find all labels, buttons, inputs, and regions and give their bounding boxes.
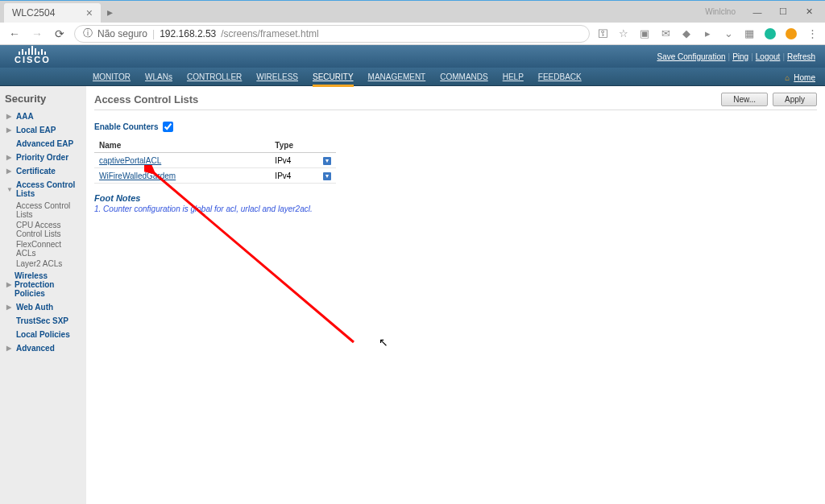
expand-icon: ▶ (6, 126, 13, 134)
cast-icon[interactable]: ▸ (701, 27, 714, 40)
cisco-brand: CISCO (15, 55, 51, 64)
ext3-icon[interactable]: ▦ (743, 27, 756, 40)
sidebar-sub-l2-acl[interactable]: Layer2 ACLs (5, 258, 81, 269)
insecure-icon: ⓘ (83, 27, 93, 40)
nav-help[interactable]: HELP (503, 72, 524, 81)
home-icon: ⌂ (785, 73, 790, 82)
logout-link[interactable]: Logout (756, 52, 781, 61)
home-link[interactable]: Home (794, 73, 815, 82)
nav-monitor[interactable]: MONITOR (93, 72, 131, 81)
ext1-icon[interactable]: ▣ (638, 27, 651, 40)
star-icon[interactable]: ☆ (617, 27, 630, 40)
expand-icon: ▶ (6, 304, 13, 311)
tab-title: WLC2504 (12, 7, 80, 19)
main-nav: MONITOR WLANs CONTROLLER WIRELESS SECURI… (0, 68, 825, 86)
sidebar-sub-cpu-acl[interactable]: CPU Access Control Lists (5, 220, 81, 239)
apply-button[interactable]: Apply (773, 93, 817, 106)
sidebar-sub-flex-acl[interactable]: FlexConnect ACLs (5, 239, 81, 258)
expand-icon: ▼ (6, 186, 13, 193)
sidebar-item-trustsec[interactable]: TrustSec SXP (5, 314, 81, 328)
menu-icon[interactable]: ⋮ (806, 27, 819, 40)
enable-counters-label: Enable Counters (94, 122, 158, 131)
tab-bar: WLC2504 × ▸ Winlclno — ☐ ✕ (0, 1, 825, 23)
foot-notes: Foot Notes 1. Counter configuration is g… (94, 193, 817, 213)
sidebar-sub-acl[interactable]: Access Control Lists (5, 200, 81, 220)
minimize-button[interactable]: — (745, 1, 769, 23)
ping-link[interactable]: Ping (732, 52, 748, 61)
table-row: captivePortalACL IPv4 ▾ (94, 153, 336, 168)
key-icon[interactable]: ⚿ (596, 27, 609, 40)
expand-icon: ▶ (6, 345, 13, 352)
table-row: WiFireWalledGardem IPv4 ▾ (94, 168, 336, 184)
save-config-link[interactable]: Save Configuration (657, 52, 725, 61)
url-host: 192.168.2.53 (160, 28, 216, 39)
cisco-header: CISCO Save Configuration | Ping | Logout… (0, 45, 825, 68)
tab-close-icon[interactable]: × (86, 6, 93, 19)
acl-link[interactable]: WiFireWalledGardem (99, 171, 176, 180)
forward-button[interactable]: → (29, 27, 45, 40)
nav-wlans[interactable]: WLANs (145, 72, 172, 81)
pocket-icon[interactable]: ⌄ (722, 27, 735, 40)
mail-icon[interactable]: ✉ (659, 27, 672, 40)
maximize-button[interactable]: ☐ (771, 1, 795, 23)
window-controls: Winlclno — ☐ ✕ (705, 1, 825, 23)
enable-counters-row: Enable Counters (94, 122, 817, 132)
sidebar-item-local-eap[interactable]: ▶Local EAP (5, 123, 81, 137)
cisco-actions: Save Configuration | Ping | Logout | Ref… (657, 45, 825, 68)
sidebar-item-local-policies[interactable]: Local Policies (5, 328, 81, 341)
col-type: Type (270, 138, 318, 153)
cisco-logo: CISCO (0, 45, 65, 64)
sidebar: Security ▶AAA ▶Local EAP Advanced EAP ▶P… (0, 86, 86, 504)
nav-wireless[interactable]: WIRELESS (256, 72, 298, 81)
new-tab-button[interactable]: ▸ (101, 6, 119, 19)
sidebar-item-web-auth[interactable]: ▶Web Auth (5, 300, 81, 314)
dropdown-icon[interactable]: ▾ (323, 172, 331, 180)
nav-management[interactable]: MANAGEMENT (368, 72, 426, 81)
browser-chrome: WLC2504 × ▸ Winlclno — ☐ ✕ ← → ⟳ ⓘ Não s… (0, 0, 825, 45)
expand-icon: ▶ (6, 167, 13, 175)
address-input[interactable]: ⓘ Não seguro | 192.168.2.53/screens/fram… (74, 25, 590, 43)
nav-commands[interactable]: COMMANDS (440, 72, 487, 81)
back-button[interactable]: ← (6, 27, 23, 40)
sidebar-item-acl[interactable]: ▼Access Control Lists (5, 178, 81, 200)
home-row: ⌂ Home (785, 73, 815, 82)
profile-icon[interactable] (764, 27, 777, 40)
address-bar: ← → ⟳ ⓘ Não seguro | 192.168.2.53/screen… (0, 23, 825, 45)
foot-notes-text: 1. Counter configuration is global for a… (94, 204, 817, 213)
expand-icon: ▶ (6, 113, 13, 120)
enable-counters-checkbox[interactable] (163, 122, 173, 132)
sidebar-item-certificate[interactable]: ▶Certificate (5, 164, 81, 178)
content: Security ▶AAA ▶Local EAP Advanced EAP ▶P… (0, 86, 825, 504)
ext2-icon[interactable]: ◆ (680, 27, 693, 40)
reload-button[interactable]: ⟳ (52, 27, 68, 40)
acl-type: IPv4 (270, 168, 318, 184)
expand-icon: ▶ (6, 154, 13, 161)
address-icons: ⚿ ☆ ▣ ✉ ◆ ▸ ⌄ ▦ ⋮ (596, 27, 819, 40)
sidebar-item-wpp[interactable]: ▶Wireless Protection Policies (5, 269, 81, 300)
close-button[interactable]: ✕ (797, 1, 821, 23)
acl-link[interactable]: captivePortalACL (99, 156, 161, 165)
new-button[interactable]: New... (721, 93, 768, 106)
page-title: Access Control Lists (94, 93, 198, 105)
refresh-link[interactable]: Refresh (787, 52, 815, 61)
ext4-icon[interactable] (785, 27, 798, 40)
main-panel: Access Control Lists New... Apply Enable… (86, 86, 825, 504)
sidebar-item-aaa[interactable]: ▶AAA (5, 109, 81, 123)
dropdown-icon[interactable]: ▾ (323, 157, 331, 165)
nav-security[interactable]: SECURITY (313, 72, 354, 81)
sidebar-item-advanced-eap[interactable]: Advanced EAP (5, 137, 81, 151)
nav-controller[interactable]: CONTROLLER (187, 72, 242, 81)
page-header: Access Control Lists New... Apply (94, 93, 817, 110)
sidebar-item-priority-order[interactable]: ▶Priority Order (5, 151, 81, 164)
browser-tab[interactable]: WLC2504 × (4, 3, 101, 23)
acl-type: IPv4 (270, 153, 318, 168)
col-name: Name (94, 138, 270, 153)
acl-table: Name Type captivePortalACL IPv4 ▾ WiFire… (94, 138, 336, 184)
sidebar-title: Security (5, 93, 81, 109)
cursor-icon: ↖ (379, 336, 388, 349)
foot-notes-title: Foot Notes (94, 193, 817, 203)
window-label: Winlclno (705, 7, 736, 16)
url-path: /screens/frameset.html (221, 28, 318, 39)
nav-feedback[interactable]: FEEDBACK (538, 72, 582, 81)
sidebar-item-advanced[interactable]: ▶Advanced (5, 341, 81, 355)
